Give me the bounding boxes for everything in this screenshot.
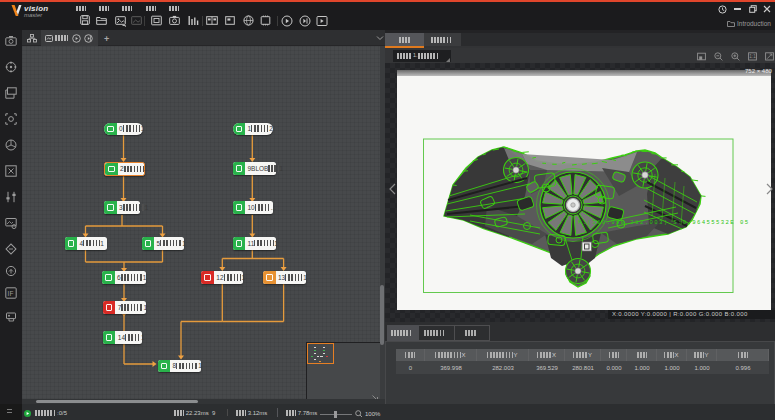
svg-text:M:(369.998,282.003) S:0.964555: M:(369.998,282.003) S:0.96455532E 05	[578, 219, 748, 226]
svg-text:1:1: 1:1	[749, 54, 756, 59]
svg-text:IF: IF	[8, 290, 14, 297]
